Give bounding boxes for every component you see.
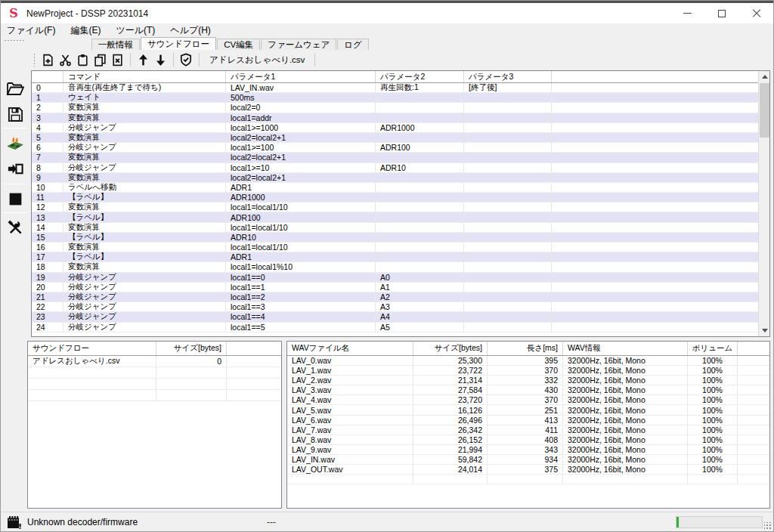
wav-name-cell[interactable]: LAV_0.wav xyxy=(287,356,413,365)
param3-cell[interactable] xyxy=(464,203,552,212)
param1-cell[interactable]: local1>=100 xyxy=(226,143,376,152)
scroll-down-button[interactable] xyxy=(759,325,770,336)
row-number-cell[interactable]: 15 xyxy=(32,233,63,242)
wav-length-cell[interactable]: 413 xyxy=(488,416,563,425)
param3-cell[interactable] xyxy=(464,212,552,221)
param2-cell[interactable]: ADR100 xyxy=(376,143,464,152)
wav-size-cell[interactable]: 26,152 xyxy=(413,435,488,444)
param2-cell[interactable] xyxy=(376,233,464,242)
flow-size-cell[interactable]: 0 xyxy=(156,356,227,367)
wav-info-cell[interactable]: 32000Hz, 16bit, Mono xyxy=(563,465,688,474)
wav-file-row[interactable]: LAV_2.wav 21,314 332 32000Hz, 16bit, Mon… xyxy=(287,376,769,385)
sound-flow-file-row[interactable] xyxy=(28,390,281,401)
param1-cell[interactable]: local1>=1000 xyxy=(226,123,376,132)
param3-cell[interactable] xyxy=(464,252,552,261)
param2-cell[interactable]: A5 xyxy=(376,323,464,332)
param3-cell[interactable] xyxy=(464,283,552,292)
tab-log[interactable]: ログ xyxy=(337,39,369,50)
param2-cell[interactable]: ADR1000 xyxy=(376,123,464,132)
wav-volume-cell[interactable]: 100% xyxy=(688,465,738,474)
wav-volume-cell[interactable]: 100% xyxy=(688,395,738,404)
param2-header[interactable]: パラメータ2 xyxy=(376,71,464,82)
param3-cell[interactable] xyxy=(464,233,552,242)
flow-size-cell[interactable] xyxy=(156,390,227,401)
wav-file-row[interactable]: LAV_1.wav 23,722 370 32000Hz, 16bit, Mon… xyxy=(287,366,769,376)
wav-file-row[interactable]: LAV_0.wav 25,300 395 32000Hz, 16bit, Mon… xyxy=(287,356,769,366)
param2-cell[interactable] xyxy=(376,243,464,252)
wav-size-cell[interactable]: 27,584 xyxy=(413,385,488,394)
row-number-cell[interactable]: 14 xyxy=(32,223,63,232)
flow-command-row[interactable]: 15 【ラベル】 ADR10 xyxy=(32,233,758,243)
row-number-cell[interactable]: 13 xyxy=(32,212,63,221)
param1-cell[interactable]: local1=local1/10 xyxy=(226,223,376,232)
settings-tools-button[interactable] xyxy=(4,217,26,238)
flow-command-row[interactable]: 18 変数演算 local1=local1%10 xyxy=(32,262,758,272)
row-number-cell[interactable]: 19 xyxy=(32,273,63,282)
param2-cell[interactable] xyxy=(376,133,464,142)
param3-cell[interactable] xyxy=(464,292,552,302)
row-number-cell[interactable]: 1 xyxy=(32,93,63,102)
stop-button[interactable] xyxy=(4,188,26,209)
wav-length-cell[interactable]: 395 xyxy=(488,356,563,365)
param3-cell[interactable] xyxy=(464,262,552,271)
wav-file-row[interactable]: LAV_7.wav 26,342 411 32000Hz, 16bit, Mon… xyxy=(287,425,769,435)
wav-volume-cell[interactable]: 100% xyxy=(688,356,738,365)
param1-cell[interactable]: ADR1 xyxy=(226,183,376,192)
command-cell[interactable]: 【ラベル】 xyxy=(63,233,226,242)
flow-command-row[interactable]: 7 変数演算 local2=local2+1 xyxy=(32,153,758,162)
wav-file-row[interactable]: LAV_3.wav 27,584 430 32000Hz, 16bit, Mon… xyxy=(287,385,769,395)
command-cell[interactable]: 【ラベル】 xyxy=(63,212,226,221)
wav-file-row[interactable]: LAV_OUT.wav 24,014 375 32000Hz, 16bit, M… xyxy=(287,465,769,475)
param1-cell[interactable]: ADR100 xyxy=(226,212,376,221)
row-number-cell[interactable]: 20 xyxy=(32,283,63,292)
param1-cell[interactable]: local2=local2+1 xyxy=(226,133,376,142)
param3-header[interactable]: パラメータ3 xyxy=(464,71,552,82)
move-down-button[interactable] xyxy=(152,51,169,68)
param2-cell[interactable]: A1 xyxy=(376,283,464,292)
wav-length-cell[interactable]: 375 xyxy=(488,465,563,474)
wav-info-cell[interactable]: 32000Hz, 16bit, Mono xyxy=(563,405,688,414)
wav-file-row[interactable]: LAV_6.wav 26,496 413 32000Hz, 16bit, Mon… xyxy=(287,416,769,425)
param1-cell[interactable]: local1>=10 xyxy=(226,163,376,172)
wav-info-cell[interactable]: 32000Hz, 16bit, Mono xyxy=(563,445,688,454)
param1-cell[interactable]: local1==5 xyxy=(226,323,376,332)
wav-length-cell[interactable]: 934 xyxy=(488,455,563,464)
sound-flow-file-row[interactable]: アドレスおしゃべり.csv 0 xyxy=(28,356,281,367)
wav-length-cell[interactable]: 430 xyxy=(488,385,563,394)
param1-cell[interactable]: local2=local2+1 xyxy=(226,153,376,162)
command-header[interactable]: コマンド xyxy=(63,71,226,82)
flow-command-row[interactable]: 20 分岐ジャンプ local1==1 A1 xyxy=(32,283,758,292)
flow-command-row[interactable]: 14 変数演算 local1=local1/10 xyxy=(32,223,758,233)
command-cell[interactable]: 変数演算 xyxy=(63,223,226,232)
wav-size-cell[interactable]: 21,994 xyxy=(413,445,488,454)
command-cell[interactable]: ウェイト xyxy=(63,93,226,102)
row-number-cell[interactable]: 9 xyxy=(32,173,63,182)
wav-volume-cell[interactable]: 100% xyxy=(688,376,738,385)
wav-file-row[interactable] xyxy=(287,475,769,484)
param1-cell[interactable]: ADR1000 xyxy=(226,193,376,202)
wav-name-cell[interactable] xyxy=(287,475,413,484)
param2-cell[interactable]: A3 xyxy=(376,302,464,311)
command-cell[interactable]: 音再生(再生終了まで待ち) xyxy=(63,83,226,92)
wav-size-header[interactable]: サイズ[bytes] xyxy=(413,342,488,355)
command-cell[interactable]: 分岐ジャンプ xyxy=(63,143,226,152)
param3-cell[interactable] xyxy=(464,323,552,332)
export-to-device-button[interactable] xyxy=(4,158,26,179)
tab-firmware[interactable]: ファームウェア xyxy=(261,39,336,50)
wav-length-cell[interactable]: 411 xyxy=(488,425,563,435)
param2-cell[interactable] xyxy=(376,113,464,122)
command-cell[interactable]: 【ラベル】 xyxy=(63,193,226,202)
param3-cell[interactable] xyxy=(464,302,552,311)
wav-name-cell[interactable]: LAV_OUT.wav xyxy=(287,465,413,474)
flow-command-row[interactable]: 19 分岐ジャンプ local1==0 A0 xyxy=(32,273,758,283)
sound-flow-file-row[interactable] xyxy=(28,379,281,390)
flow-command-row[interactable]: 24 分岐ジャンプ local1==5 A5 xyxy=(32,323,758,332)
wav-length-cell[interactable]: 370 xyxy=(488,395,563,404)
wav-size-cell[interactable]: 26,496 xyxy=(413,416,488,425)
delete-row-button[interactable] xyxy=(109,51,125,68)
param3-cell[interactable] xyxy=(464,163,552,172)
command-cell[interactable]: 変数演算 xyxy=(63,153,226,162)
open-project-button[interactable] xyxy=(4,78,26,99)
wav-length-cell[interactable] xyxy=(488,475,563,484)
row-number-cell[interactable]: 3 xyxy=(32,113,63,122)
